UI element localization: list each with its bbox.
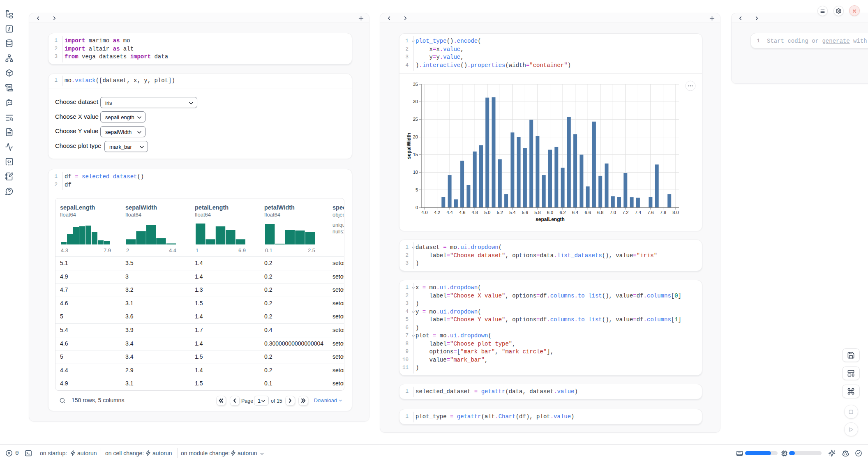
svg-text:5.4: 5.4 <box>509 210 515 215</box>
svg-text:6.2: 6.2 <box>559 210 566 215</box>
svg-text:0: 0 <box>416 205 418 210</box>
svg-text:4.6: 4.6 <box>459 210 465 215</box>
svg-text:4.4: 4.4 <box>446 210 452 215</box>
svg-text:15: 15 <box>413 152 418 157</box>
svg-text:4.2: 4.2 <box>434 210 440 215</box>
svg-text:sepalWidth: sepalWidth <box>406 133 412 159</box>
svg-text:35: 35 <box>413 82 418 87</box>
svg-text:5: 5 <box>416 187 418 192</box>
svg-text:25: 25 <box>413 117 418 122</box>
svg-text:5.2: 5.2 <box>497 210 503 215</box>
svg-text:30: 30 <box>413 99 418 104</box>
svg-text:5.0: 5.0 <box>484 210 490 215</box>
svg-text:7.2: 7.2 <box>622 210 628 215</box>
svg-text:6.4: 6.4 <box>572 210 578 215</box>
svg-text:6.8: 6.8 <box>597 210 603 215</box>
svg-text:5.6: 5.6 <box>522 210 528 215</box>
svg-text:10: 10 <box>413 170 418 175</box>
svg-text:7.6: 7.6 <box>647 210 653 215</box>
svg-text:7.0: 7.0 <box>610 210 616 215</box>
svg-text:7.4: 7.4 <box>635 210 641 215</box>
svg-text:6.0: 6.0 <box>547 210 553 215</box>
svg-text:sepalLength: sepalLength <box>536 217 565 222</box>
svg-text:6.6: 6.6 <box>585 210 591 215</box>
svg-text:4.8: 4.8 <box>472 210 478 215</box>
svg-text:4.0: 4.0 <box>421 210 427 215</box>
svg-text:7.8: 7.8 <box>660 210 666 215</box>
svg-text:5.8: 5.8 <box>534 210 540 215</box>
svg-text:20: 20 <box>413 134 418 139</box>
svg-text:8.0: 8.0 <box>672 210 679 215</box>
